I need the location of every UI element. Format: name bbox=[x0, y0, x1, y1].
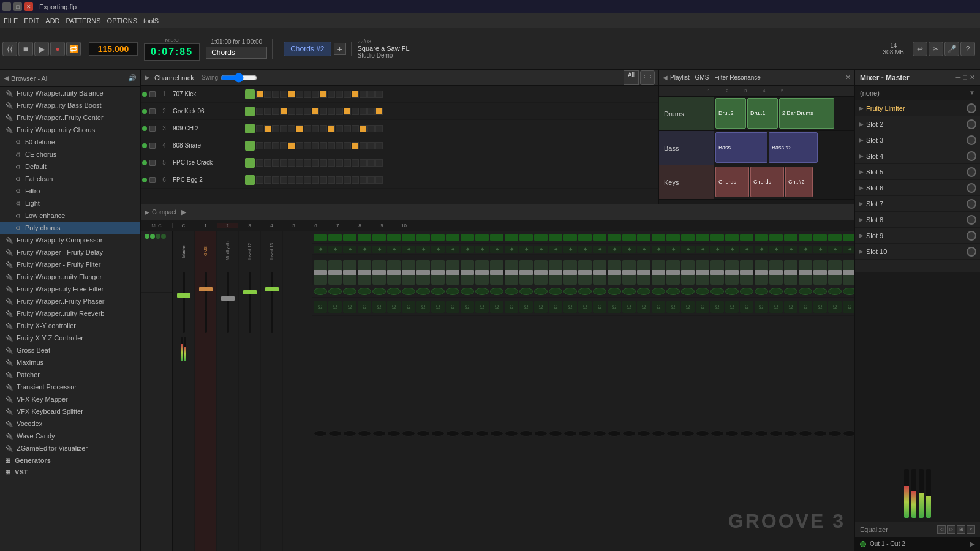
filter-dropdown[interactable]: All bbox=[624, 70, 639, 85]
slot-7-knob[interactable] bbox=[967, 199, 976, 209]
send-knob-26[interactable] bbox=[696, 288, 709, 295]
fader-strip-1[interactable] bbox=[328, 260, 342, 285]
send-knob-22[interactable] bbox=[637, 288, 650, 295]
mixer-close-btn[interactable]: ✕ bbox=[970, 73, 975, 81]
cr-expand-icon[interactable]: ▶ bbox=[145, 73, 149, 81]
slot-4-knob[interactable] bbox=[967, 151, 976, 161]
mic-icon[interactable]: 🎤 bbox=[944, 42, 959, 56]
headphone-15[interactable]: Ω bbox=[534, 301, 548, 313]
slot-2[interactable]: ▶ Slot 2 bbox=[855, 116, 980, 132]
headphone-29[interactable]: Ω bbox=[740, 301, 753, 313]
pan-knob-7[interactable]: ◆ bbox=[417, 246, 430, 253]
headphone-33[interactable]: Ω bbox=[799, 301, 812, 313]
slot-8-knob[interactable] bbox=[967, 215, 976, 225]
keys-label[interactable]: Keys bbox=[659, 165, 714, 199]
send-dot-3[interactable] bbox=[358, 234, 371, 241]
fader-strip-11[interactable] bbox=[475, 260, 489, 285]
keys-content[interactable]: Chords Chords Ch..#2 bbox=[714, 165, 854, 199]
play-btn[interactable]: ▶ bbox=[34, 42, 49, 56]
pan-knob-21[interactable]: ◆ bbox=[622, 246, 636, 253]
sidebar-item[interactable]: 🔌Fruity Wrapper..ruity Flanger bbox=[0, 271, 140, 283]
sidebar-item-patcher[interactable]: 🔌Patcher bbox=[0, 369, 140, 381]
ch4-led[interactable] bbox=[142, 143, 147, 148]
eq-btn-1[interactable]: ◁ bbox=[937, 525, 946, 534]
fader-strip-30[interactable] bbox=[755, 260, 768, 285]
bottom-dot-8[interactable] bbox=[431, 430, 445, 437]
send-dot-4[interactable] bbox=[372, 234, 386, 241]
pan-knob-32[interactable]: ◆ bbox=[784, 246, 797, 253]
fader-strip-34[interactable] bbox=[813, 260, 827, 285]
send-knob-7[interactable] bbox=[417, 288, 430, 295]
bottom-dot-36[interactable] bbox=[843, 430, 854, 437]
fader-strip-19[interactable] bbox=[593, 260, 606, 285]
headphone-24[interactable]: Ω bbox=[666, 301, 680, 313]
headphone-13[interactable]: Ω bbox=[505, 301, 518, 313]
pan-knob-25[interactable]: ◆ bbox=[681, 246, 695, 253]
send-knob-14[interactable] bbox=[519, 288, 533, 295]
bottom-dot-26[interactable] bbox=[696, 430, 709, 437]
sidebar-item[interactable]: 🔌Fruity Wrapp..ity Bass Boost bbox=[0, 99, 140, 111]
fader-strip-28[interactable] bbox=[725, 260, 739, 285]
fader-strip-16[interactable] bbox=[549, 260, 562, 285]
ch5-solo[interactable] bbox=[149, 160, 156, 166]
bass-block-1[interactable]: Bass bbox=[715, 132, 767, 163]
fader-strip-23[interactable] bbox=[652, 260, 665, 285]
keys-block-3[interactable]: Ch..#2 bbox=[785, 167, 813, 197]
headphone-36[interactable]: Ω bbox=[843, 301, 854, 313]
headphone-17[interactable]: Ω bbox=[564, 301, 577, 313]
sidebar-item-poly-chorus[interactable]: ⚙Poly chorus bbox=[0, 222, 140, 234]
drum-block-3[interactable]: 2 Bar Drums bbox=[779, 98, 834, 129]
slot-9-knob[interactable] bbox=[967, 231, 976, 241]
pan-knob-33[interactable]: ◆ bbox=[799, 246, 812, 253]
send-knob-29[interactable] bbox=[740, 288, 753, 295]
send-dot-31[interactable] bbox=[769, 234, 783, 241]
ch2-led[interactable] bbox=[142, 109, 147, 114]
headphone-21[interactable]: Ω bbox=[622, 301, 636, 313]
bottom-dot-34[interactable] bbox=[813, 430, 827, 437]
slot-3[interactable]: ▶ Slot 3 bbox=[855, 132, 980, 148]
ch4-solo[interactable] bbox=[149, 143, 156, 149]
send-dot-33[interactable] bbox=[799, 234, 812, 241]
send-knob-21[interactable] bbox=[622, 288, 636, 295]
send-knob-15[interactable] bbox=[534, 288, 548, 295]
slot-5[interactable]: ▶ Slot 5 bbox=[855, 164, 980, 180]
bottom-dot-7[interactable] bbox=[417, 430, 430, 437]
send-knob-25[interactable] bbox=[681, 288, 695, 295]
fader-strip-4[interactable] bbox=[372, 260, 386, 285]
playlist-close-btn[interactable]: ✕ bbox=[845, 73, 851, 81]
ch3-solo[interactable] bbox=[149, 126, 156, 132]
sidebar-item[interactable]: 🔌Fruity Wrapper..ruity Reeverb bbox=[0, 307, 140, 320]
send-dot-15[interactable] bbox=[534, 234, 548, 241]
send-dot-24[interactable] bbox=[666, 234, 680, 241]
headphone-25[interactable]: Ω bbox=[681, 301, 695, 313]
eq-btn-4[interactable]: × bbox=[967, 525, 975, 534]
ch5-led[interactable] bbox=[142, 160, 147, 165]
fader-strip-33[interactable] bbox=[799, 260, 812, 285]
menu-tools[interactable]: toolS bbox=[143, 17, 159, 24]
headphone-28[interactable]: Ω bbox=[725, 301, 739, 313]
pan-knob-31[interactable]: ◆ bbox=[769, 246, 783, 253]
send-dot-21[interactable] bbox=[622, 234, 636, 241]
bottom-dot-11[interactable] bbox=[475, 430, 489, 437]
pan-knob-27[interactable]: ◆ bbox=[710, 246, 724, 253]
send-dot-28[interactable] bbox=[725, 234, 739, 241]
slot-3-knob[interactable] bbox=[967, 135, 976, 145]
ch4-name[interactable]: 808 Snare bbox=[170, 142, 244, 149]
menu-edit[interactable]: EDIT bbox=[24, 17, 39, 24]
bottom-dot-16[interactable] bbox=[549, 430, 562, 437]
pan-knob-29[interactable]: ◆ bbox=[740, 246, 753, 253]
send-knob-17[interactable] bbox=[564, 288, 577, 295]
record-btn[interactable]: ● bbox=[50, 42, 65, 56]
slot-fruity-knob[interactable] bbox=[967, 103, 976, 113]
bass-label[interactable]: Bass bbox=[659, 131, 714, 165]
help-icon[interactable]: ? bbox=[960, 42, 975, 56]
send-knob-8[interactable] bbox=[431, 288, 445, 295]
send-knob-0[interactable] bbox=[314, 288, 327, 295]
fader-strip-10[interactable] bbox=[461, 260, 474, 285]
send-knob-11[interactable] bbox=[475, 288, 489, 295]
ch6-led[interactable] bbox=[142, 178, 147, 182]
sidebar-item-fruity-xyz[interactable]: 🔌Fruity X-Y-Z Controller bbox=[0, 332, 140, 344]
send-knob-31[interactable] bbox=[769, 288, 783, 295]
pan-knob-6[interactable]: ◆ bbox=[402, 246, 415, 253]
headphone-0[interactable]: Ω bbox=[314, 301, 327, 313]
